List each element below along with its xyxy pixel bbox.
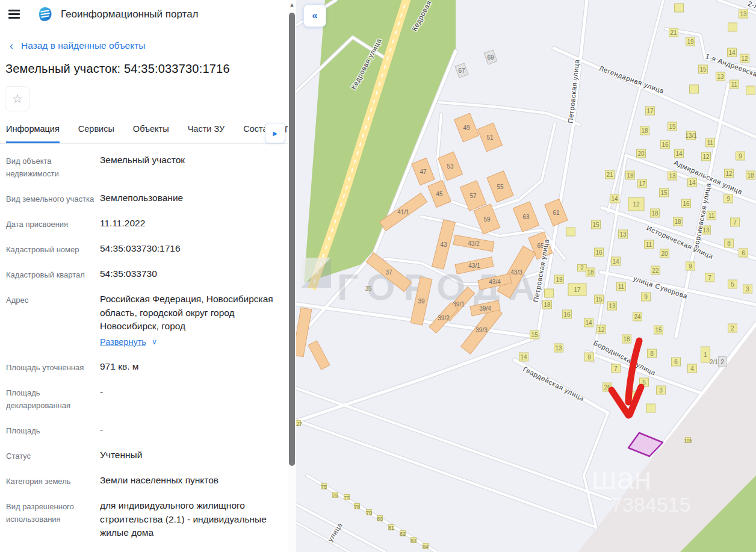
map-building-number: 21	[670, 29, 677, 36]
tab-3[interactable]: Части ЗУ	[188, 124, 225, 143]
map-building-number: 83	[411, 538, 417, 544]
map-building-number: 69	[487, 54, 494, 61]
map-building-number: 20	[661, 250, 668, 257]
map-building-number: 37	[385, 269, 392, 276]
field-label: Категория земель	[6, 474, 95, 488]
map-building-number: 16	[595, 249, 603, 256]
tab-0[interactable]: Информация	[6, 124, 60, 143]
field-value: -	[100, 423, 103, 437]
panel-scrollbar[interactable]: ▲	[288, 0, 296, 552]
tabs-scroll-right-button[interactable]: ▶	[265, 123, 285, 143]
map-container: ГОРОДА49515347455557596361654341/143/237…	[296, 0, 756, 552]
map-building-number: 53	[447, 163, 454, 170]
field-label: Кадастровый квартал	[6, 267, 95, 281]
scroll-up-arrow-icon[interactable]: ▲	[288, 2, 296, 8]
map-building-number: 8	[650, 350, 654, 357]
map-building-number: 2/1	[710, 359, 718, 365]
map-building-number: 76	[332, 492, 338, 498]
chevron-right-icon: ▶	[273, 130, 277, 137]
chevron-left-icon: ‹	[10, 42, 13, 50]
map-building-number: 14	[728, 49, 736, 56]
object-fields: Вид объекта недвижимостиЗемельный участо…	[6, 154, 288, 540]
map-building-number: 12	[633, 201, 640, 208]
back-link[interactable]: ‹ Назад в найденные объекты	[10, 40, 145, 51]
map-building-number: 18	[544, 302, 551, 308]
map-building-number: 6	[742, 250, 745, 256]
field-row: Кадастровый квартал54:35:033730	[6, 267, 288, 281]
map-building-number: 82	[400, 531, 406, 537]
field-value: 54:35:033730	[100, 267, 157, 281]
tabs-bar: ИнформацияСервисыОбъектыЧасти ЗУСоста▶ Г	[0, 124, 288, 144]
map-building-number: 61	[553, 209, 560, 216]
map-building-number: 75	[321, 484, 327, 490]
map-building-number: 43/3	[510, 269, 522, 276]
map-building-number: 15	[592, 222, 600, 228]
field-row: Площадь декларированная-	[6, 385, 288, 412]
expand-address-link[interactable]: Развернуть∨	[100, 335, 157, 349]
map-building-number: 81	[388, 525, 394, 531]
map-building-number: 39/4	[479, 305, 491, 312]
map-building-number: 43	[440, 241, 447, 248]
favorite-button[interactable]: ☆	[5, 86, 30, 111]
menu-icon[interactable]	[8, 8, 20, 20]
field-row: Площадь-	[6, 423, 288, 437]
map-building-number: 14	[689, 179, 696, 186]
map-building-number: 8	[727, 240, 731, 247]
map-building-number: 4	[690, 365, 694, 372]
map[interactable]: ГОРОДА49515347455557596361654341/143/237…	[296, 0, 756, 552]
field-label: Дата присвоения	[6, 217, 95, 231]
map-building-number: 7	[733, 219, 737, 226]
field-row: Кадастровый номер54:35:033730:1716	[6, 242, 288, 256]
map-building-number: 84	[423, 544, 429, 550]
map-building-number: 13	[609, 303, 616, 309]
field-row: Вид разрешенного использованиядля индиви…	[6, 499, 288, 540]
map-building-number: 22	[652, 267, 659, 274]
field-label: Статус	[6, 448, 95, 462]
watermark-text-small: шан	[592, 461, 651, 495]
field-label: Площадь	[6, 423, 95, 437]
map-building-number: 7	[614, 365, 618, 372]
tab-1[interactable]: Сервисы	[78, 124, 114, 143]
field-row: Вид земельного участкаЗемлепользование	[6, 191, 288, 205]
field-value: Российская Федерация, Новосибирская обла…	[100, 293, 276, 349]
tab-4[interactable]: Соста	[243, 124, 267, 143]
map-building-number: 21	[606, 172, 613, 178]
map-building-number: 9	[644, 294, 648, 300]
map-building	[566, 228, 575, 236]
double-chevron-left-icon: «	[312, 10, 317, 21]
map-building-number: 18	[641, 128, 648, 134]
map-building	[545, 289, 554, 297]
field-row: СтатусУчтенный	[6, 448, 288, 462]
map-building-number: 13	[669, 173, 676, 179]
map-building-number: 57	[469, 193, 477, 199]
map-building-number: 63	[522, 214, 530, 220]
map-building-number: 11	[731, 81, 738, 88]
back-link-label: Назад в найденные объекты	[21, 40, 145, 51]
map-building-number: 6	[674, 359, 678, 365]
field-value: Земли населенных пунктов	[100, 474, 218, 488]
field-label: Площадь уточненная	[6, 360, 95, 374]
map-building-number: 16	[563, 311, 571, 318]
map-building-number: 13/1	[685, 132, 697, 139]
map-building-number: 14	[675, 150, 683, 157]
map-building-number: 12	[598, 326, 605, 333]
map-building-number: 79	[366, 510, 372, 516]
map-building-number: 2	[580, 265, 584, 271]
field-row: Категория земельЗемли населенных пунктов	[6, 474, 288, 488]
scrollbar-thumb[interactable]	[289, 13, 295, 466]
collapse-panel-button[interactable]: «	[303, 4, 326, 27]
tab-2[interactable]: Объекты	[133, 124, 169, 143]
map-building-number: 15	[595, 296, 603, 303]
map-building-number: 14	[612, 258, 619, 265]
map-building-number: 18	[674, 219, 681, 225]
map-building-number: 13	[619, 231, 627, 238]
map-building-number: 59	[483, 216, 491, 223]
map-building-number: 15	[660, 190, 668, 196]
app-title: Геоинформационный портал	[61, 8, 199, 20]
map-building-number: 127	[296, 421, 302, 427]
map-building-number: 17	[574, 287, 581, 293]
map-building	[746, 86, 755, 95]
map-building-number: 19	[687, 39, 694, 45]
map-building-number: 39/3	[476, 327, 488, 333]
map-building-number: 105	[684, 438, 692, 444]
